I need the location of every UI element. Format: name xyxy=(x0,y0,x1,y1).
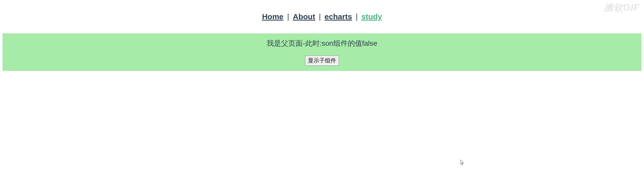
panel-title: 我是父页面-此时:son组件的值false xyxy=(3,39,641,48)
nav-separator: | xyxy=(317,12,325,21)
nav-separator: | xyxy=(354,12,361,21)
watermark: 搬软GIF xyxy=(604,2,639,14)
nav-link-about[interactable]: About xyxy=(293,12,315,21)
nav-link-echarts[interactable]: echarts xyxy=(325,12,352,21)
mouse-cursor-icon xyxy=(460,160,465,166)
show-child-button[interactable]: 显示子组件 xyxy=(305,55,339,66)
main-nav: Home | About | echarts | study xyxy=(0,0,644,33)
nav-link-study[interactable]: study xyxy=(361,12,382,21)
nav-separator: | xyxy=(286,12,293,21)
parent-panel: 我是父页面-此时:son组件的值false 显示子组件 xyxy=(3,33,641,71)
nav-link-home[interactable]: Home xyxy=(262,12,283,21)
